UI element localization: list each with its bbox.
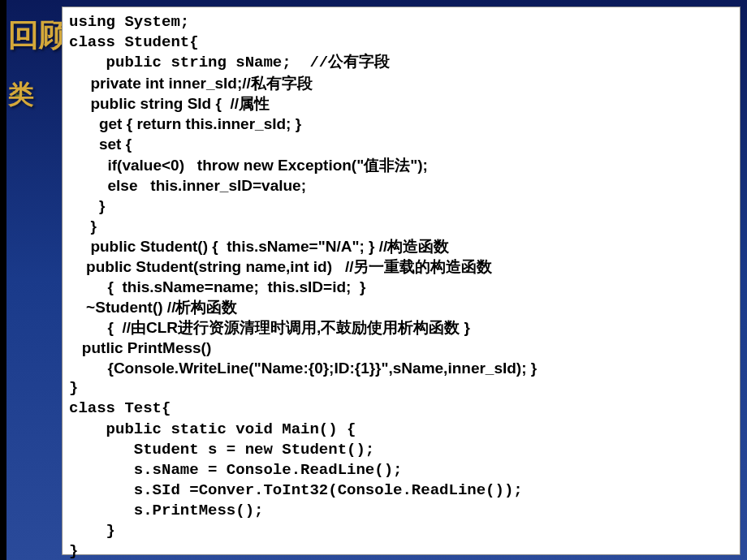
code-line: if(value<0) throw new Exception("值非法"); [69, 155, 733, 175]
code-line: {Console.WriteLine("Name:{0};ID:{1}}",sN… [69, 358, 733, 378]
code-line: using System; [69, 12, 733, 32]
side-bar [0, 0, 6, 560]
code-line: } [69, 216, 733, 236]
code-line: private int inner_sId;//私有字段 [69, 73, 733, 93]
code-line: public string sName; //公有字段 [69, 53, 733, 73]
code-line: putlic PrintMess() [69, 338, 733, 358]
code-line: s.PrintMess(); [69, 501, 733, 521]
code-line: s.SId =Conver.ToInt32(Console.ReadLine()… [69, 480, 733, 501]
code-line: } [69, 521, 733, 541]
code-line: get { return this.inner_sId; } [69, 114, 733, 134]
code-line: } [69, 541, 733, 560]
code-line: s.sName = Console.ReadLine(); [69, 460, 733, 480]
slide-title-1: 回顾 [8, 15, 70, 56]
code-line: else this.inner_sID=value; [69, 175, 733, 196]
code-line: { this.sName=name; this.sID=id; } [69, 277, 733, 297]
code-line: public Student() { this.sName="N/A"; } /… [69, 236, 733, 256]
code-line: } [69, 378, 733, 398]
code-line: set { [69, 134, 733, 154]
code-line: Student s = new Student(); [69, 440, 733, 460]
code-line: class Student{ [69, 32, 733, 53]
code-line: public Student(string name,int id) //另一重… [69, 256, 733, 277]
code-line: ~Student() //析构函数 [69, 297, 733, 317]
code-line: public static void Main() { [69, 420, 733, 440]
code-line: public string SId { //属性 [69, 93, 733, 114]
slide-title-2: 类 [8, 77, 34, 113]
code-container: using System;class Student{ public strin… [62, 6, 741, 555]
code-line: class Test{ [69, 398, 733, 419]
code-line: } [69, 196, 733, 216]
code-line: { //由CLR进行资源清理时调用,不鼓励使用析构函数 } [69, 317, 733, 338]
